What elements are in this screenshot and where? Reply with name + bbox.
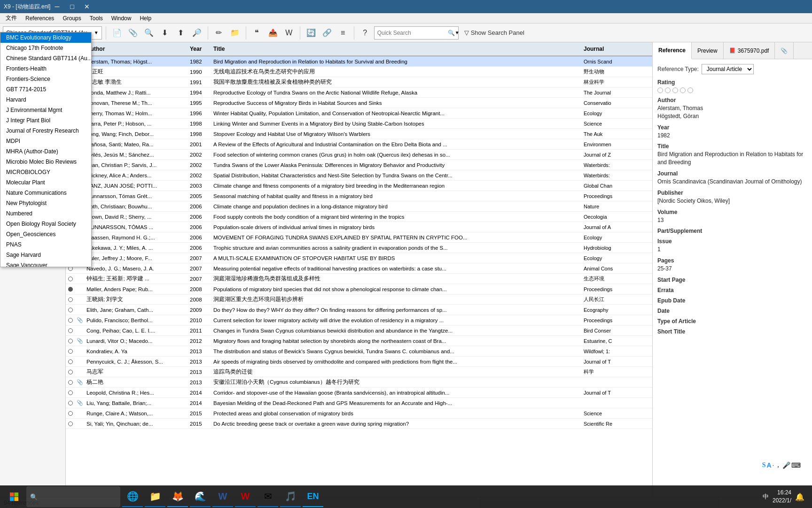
table-row[interactable]: Pennycuick, C. J.; Åkesson, S...2013Air … <box>66 357 652 367</box>
taskbar-app-browser[interactable]: 🦊 <box>167 486 188 507</box>
sync-button[interactable]: 🔄 <box>304 26 318 40</box>
rating-dot-1[interactable] <box>657 87 663 93</box>
table-row[interactable]: 钟福生; 王裕新; 邓学建 ...2007洞庭湖湿地珍稀濒危鸟类群落组成及多样性… <box>66 274 652 284</box>
dropdown-item-open-biology-royal-society[interactable]: Open Biology Royal Society <box>0 219 91 229</box>
table-row[interactable]: Mañosa, Santi; Mateo, Ra...2001A Review … <box>66 139 652 150</box>
dropdown-item-sage-vancouver[interactable]: Sage Vancouver <box>0 260 91 267</box>
dropdown-item-open_geosciences[interactable]: Open_Geosciences <box>0 229 91 239</box>
dropdown-item-frontiers-health[interactable]: Frontiers-Health <box>0 64 91 74</box>
table-row[interactable]: Gunnarsson, Tómas Grét...2005Seasonal ma… <box>66 191 652 201</box>
taskbar-lang[interactable]: 中 <box>763 492 769 501</box>
table-row[interactable]: Klaassen, Raymond H. G.;...2006MOVEMENT … <box>66 232 652 243</box>
dropdown-item-chinese-standard-gbt7114-(au...[interactable]: Chinese Standard GBT7114 (Au... <box>0 53 91 64</box>
taskbar-app-files[interactable]: 📁 <box>145 486 165 507</box>
export-button[interactable]: 📤 <box>266 26 280 40</box>
find-button[interactable]: 🔍 <box>142 26 156 40</box>
dropdown-item-frontiers-science[interactable]: Frontiers-Science <box>0 74 91 84</box>
table-row[interactable]: Leopold, Christina R.; Hes...2014Corrido… <box>66 388 652 398</box>
rating-dot-5[interactable] <box>687 87 693 93</box>
table-row[interactable]: Marra, Peter P.; Hobson, ...1998Linking … <box>66 119 652 129</box>
table-row[interactable]: 📎Lunardi, Vitor O.; Macedo...2012Migrato… <box>66 336 652 346</box>
rating-dot-3[interactable] <box>672 87 678 93</box>
dropdown-item-journal-of-forestry-research[interactable]: Journal of Forestry Research <box>0 126 91 136</box>
dropdown-item-gbt-7714-2015[interactable]: GBT 7714-2015 <box>0 84 91 95</box>
menu-references[interactable]: References <box>22 14 58 23</box>
table-row[interactable]: 📎Takekawa, J. Y.; Miles, A. ...2006Troph… <box>66 243 652 253</box>
table-row[interactable]: 张正旺1990无线电追踪技术在鸟类生态研究中的应用野生动物 <box>66 67 652 77</box>
search-input[interactable] <box>377 30 448 36</box>
taskbar-app-music[interactable]: 🎵 <box>280 486 301 507</box>
insert-citation-button[interactable]: 📎 <box>126 26 140 40</box>
dropdown-item-bmc-evolutionary-biology[interactable]: BMC Evolutionary Biology <box>0 32 91 43</box>
dropdown-item-chicago-17th-footnote[interactable]: Chicago 17th Footnote <box>0 43 91 53</box>
new-ref-button[interactable]: 📄 <box>110 26 124 40</box>
table-row[interactable]: 马志军2013追踪鸟类的迁徙科学 <box>66 367 652 377</box>
menu-help[interactable]: Help <box>136 14 155 23</box>
col-header-author[interactable]: Author <box>85 44 188 54</box>
dropdown-item-numbered[interactable]: Numbered <box>0 208 91 219</box>
dropdown-item-microbiology[interactable]: MICROBIOLOGY <box>0 167 91 177</box>
tab-attach[interactable]: 📎 <box>775 42 794 59</box>
dropdown-item-mdpi[interactable]: MDPI <box>0 136 91 146</box>
show-search-panel-button[interactable]: ▽ Show Search Panel <box>464 29 524 36</box>
dropdown-item-microbio-molec-bio-reviews[interactable]: Microbio Molec Bio Reviews <box>0 157 91 167</box>
table-row[interactable]: SANZ, JUAN JOSÉ; POTTI...2003Climate cha… <box>66 181 652 191</box>
dropdown-item-j-environmental-mgmt[interactable]: J Environmental Mgmt <box>0 105 91 115</box>
col-header-title[interactable]: Title <box>211 44 582 54</box>
rating-dot-4[interactable] <box>680 87 686 93</box>
table-row[interactable]: Both, Christiaan; Bouwhu...2006Climate c… <box>66 201 652 212</box>
table-row[interactable]: Navedo, J. G.; Masero, J. A.2007Measurin… <box>66 263 652 274</box>
word-button[interactable]: W <box>282 26 296 40</box>
edit-button[interactable]: ✏ <box>212 26 226 40</box>
upload-button[interactable]: ⬆ <box>174 26 188 40</box>
table-row[interactable]: Buler, Jeffrey J.; Moore, F...2007A MULT… <box>66 253 652 263</box>
download-button[interactable]: ⬇ <box>158 26 172 40</box>
menu-tools[interactable]: Tools <box>86 14 107 23</box>
table-row[interactable]: 王晓娟; 刘学文2008洞庭湖区重大生态环境问题初步辨析人民长江 <box>66 294 652 305</box>
table-row[interactable]: Monda, Matthew J.; Ratti...1994Reproduct… <box>66 87 652 98</box>
tab-reference[interactable]: Reference <box>653 42 692 59</box>
dropdown-item-new-phytologist[interactable]: New Phytologist <box>0 198 91 208</box>
taskbar-notification[interactable]: 🔔 <box>795 492 804 501</box>
table-row[interactable]: Elith, Jane; Graham, Cath...2009Do they?… <box>66 305 652 315</box>
table-row[interactable]: Alerstam, Thomas; Högst...1982Bird Migra… <box>66 56 652 67</box>
connect-button[interactable]: 🔗 <box>320 26 334 40</box>
maximize-button[interactable]: □ <box>65 1 78 12</box>
taskbar-app-edge[interactable]: 🌊 <box>190 486 211 507</box>
table-row[interactable]: 📎Liu, Yang; Battaile, Brian;...2014Bayes… <box>66 398 652 408</box>
taskbar-app-chrome[interactable]: 🌐 <box>122 486 143 507</box>
table-row[interactable]: Sherry, Thomas W.; Holm...1996Winter Hab… <box>66 108 652 119</box>
menu-groups[interactable]: Groups <box>59 14 85 23</box>
taskbar-app-word[interactable]: W <box>212 486 233 507</box>
table-row[interactable]: Brown, David R.; Sherry, ...2006Food sup… <box>66 212 652 222</box>
col-header-journal[interactable]: Journal <box>582 44 652 54</box>
more-button[interactable]: ≡ <box>336 26 350 40</box>
menu-file[interactable]: 文件 <box>2 13 21 23</box>
taskbar-search-button[interactable]: 🔍 <box>26 486 120 507</box>
dropdown-item-nature-communications[interactable]: Nature Communications <box>0 188 91 198</box>
table-row[interactable]: GUNNARSSON, TÓMAS ...2006Population-scal… <box>66 222 652 232</box>
tab-pdf[interactable]: 📕 3675970.pdf <box>724 42 775 59</box>
table-row[interactable]: Si, Yali; Yin, Qinchuan; de...2015Do Arc… <box>66 419 652 429</box>
table-row[interactable]: Donovan, Therese M.; Th...1995Reproducti… <box>66 98 652 108</box>
zoom-button[interactable]: 🔎 <box>190 26 204 40</box>
rating-dot-2[interactable] <box>665 87 671 93</box>
search-dropdown-icon[interactable]: ▼ <box>455 30 460 35</box>
ref-type-select[interactable]: Journal Article <box>702 64 754 74</box>
dropdown-item-molecular-plant[interactable]: Molecular Plant <box>0 177 91 188</box>
search-box[interactable]: 🔍 ▼ <box>374 26 459 40</box>
table-row[interactable]: Yong, Wang; Finch, Debor...1998Stopover … <box>66 129 652 139</box>
dropdown-item-mhra-(author-date)[interactable]: MHRA (Author-Date) <box>0 146 91 157</box>
minimize-button[interactable]: ─ <box>50 1 63 12</box>
table-row[interactable]: 📎Pulido, Francisco; Berthol...2010Curren… <box>66 315 652 325</box>
table-row[interactable]: Kondratiev, A. Ya2013The distribution an… <box>66 346 652 357</box>
dropdown-item-harvard[interactable]: Harvard <box>0 95 91 105</box>
taskbar-app-mail[interactable]: ✉ <box>258 486 278 507</box>
table-row[interactable]: Juan, Christian P.; Sarvis, J...2002Tund… <box>66 160 652 170</box>
table-row[interactable]: Stickney, Alice A.; Anders...2002Spatial… <box>66 170 652 181</box>
start-button[interactable] <box>4 486 24 507</box>
quote-button[interactable]: ❝ <box>250 26 264 40</box>
table-row[interactable]: Cong, Peihao; Cao, L. E. I....2011Change… <box>66 325 652 336</box>
menu-window[interactable]: Window <box>108 14 135 23</box>
tab-preview[interactable]: Preview <box>692 42 724 59</box>
